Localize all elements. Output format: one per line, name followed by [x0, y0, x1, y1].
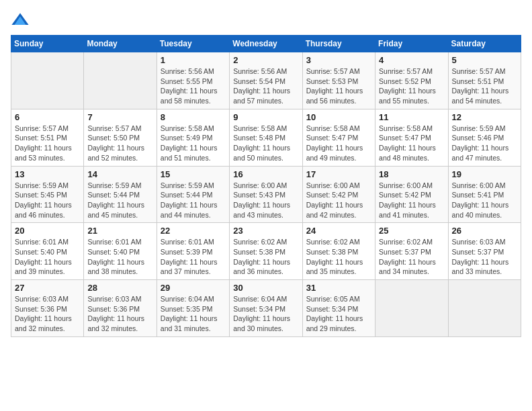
day-header-saturday: Saturday — [448, 36, 521, 52]
day-info: Sunrise: 6:04 AM Sunset: 5:35 PM Dayligh… — [161, 294, 226, 334]
day-number: 3 — [306, 55, 371, 65]
day-number: 15 — [161, 169, 226, 179]
day-info: Sunrise: 5:59 AM Sunset: 5:45 PM Dayligh… — [15, 181, 80, 220]
day-info: Sunrise: 5:58 AM Sunset: 5:47 PM Dayligh… — [306, 124, 371, 163]
calendar-cell: 17Sunrise: 6:00 AM Sunset: 5:42 PM Dayli… — [302, 166, 375, 223]
day-info: Sunrise: 5:57 AM Sunset: 5:53 PM Dayligh… — [306, 66, 371, 106]
day-info: Sunrise: 6:02 AM Sunset: 5:37 PM Dayligh… — [379, 237, 444, 277]
day-header-tuesday: Tuesday — [157, 36, 229, 52]
day-header-monday: Monday — [84, 36, 157, 52]
day-number: 9 — [233, 112, 298, 122]
day-info: Sunrise: 6:05 AM Sunset: 5:34 PM Dayligh… — [306, 294, 371, 334]
calendar-cell: 22Sunrise: 6:01 AM Sunset: 5:39 PM Dayli… — [157, 223, 229, 280]
day-number: 12 — [452, 112, 517, 122]
calendar-cell — [375, 280, 448, 337]
calendar-cell: 26Sunrise: 6:03 AM Sunset: 5:37 PM Dayli… — [448, 223, 521, 280]
calendar-cell — [11, 52, 84, 109]
day-info: Sunrise: 6:01 AM Sunset: 5:40 PM Dayligh… — [15, 237, 80, 277]
calendar-week-row: 6Sunrise: 5:57 AM Sunset: 5:51 PM Daylig… — [11, 109, 521, 166]
day-number: 20 — [15, 226, 80, 236]
day-info: Sunrise: 5:56 AM Sunset: 5:55 PM Dayligh… — [161, 66, 226, 106]
day-header-wednesday: Wednesday — [230, 36, 302, 52]
calendar-cell: 11Sunrise: 5:58 AM Sunset: 5:47 PM Dayli… — [375, 109, 448, 166]
day-number: 25 — [379, 226, 444, 236]
day-number: 10 — [306, 112, 371, 122]
day-number: 29 — [161, 283, 226, 293]
day-number: 7 — [87, 112, 152, 122]
day-info: Sunrise: 5:59 AM Sunset: 5:46 PM Dayligh… — [452, 124, 517, 163]
day-info: Sunrise: 5:57 AM Sunset: 5:51 PM Dayligh… — [15, 124, 80, 163]
calendar-cell: 18Sunrise: 6:00 AM Sunset: 5:42 PM Dayli… — [375, 166, 448, 223]
day-info: Sunrise: 5:57 AM Sunset: 5:50 PM Dayligh… — [87, 124, 152, 163]
day-info: Sunrise: 5:58 AM Sunset: 5:48 PM Dayligh… — [233, 124, 298, 163]
logo-icon — [11, 11, 30, 30]
calendar-cell: 21Sunrise: 6:01 AM Sunset: 5:40 PM Dayli… — [84, 223, 157, 280]
day-number: 31 — [306, 283, 371, 293]
day-info: Sunrise: 6:00 AM Sunset: 5:41 PM Dayligh… — [452, 181, 517, 220]
logo — [11, 11, 32, 30]
calendar-cell: 3Sunrise: 5:57 AM Sunset: 5:53 PM Daylig… — [302, 52, 375, 109]
day-number: 24 — [306, 226, 371, 236]
day-info: Sunrise: 6:00 AM Sunset: 5:42 PM Dayligh… — [379, 181, 444, 220]
calendar-cell: 30Sunrise: 6:04 AM Sunset: 5:34 PM Dayli… — [230, 280, 302, 337]
day-header-friday: Friday — [375, 36, 448, 52]
day-info: Sunrise: 6:03 AM Sunset: 5:37 PM Dayligh… — [452, 237, 517, 277]
day-info: Sunrise: 6:00 AM Sunset: 5:43 PM Dayligh… — [233, 181, 298, 220]
day-info: Sunrise: 6:02 AM Sunset: 5:38 PM Dayligh… — [306, 237, 371, 277]
day-info: Sunrise: 5:57 AM Sunset: 5:51 PM Dayligh… — [452, 66, 517, 106]
calendar-cell: 15Sunrise: 5:59 AM Sunset: 5:44 PM Dayli… — [157, 166, 229, 223]
calendar-cell: 23Sunrise: 6:02 AM Sunset: 5:38 PM Dayli… — [230, 223, 302, 280]
day-number: 27 — [15, 283, 80, 293]
calendar-cell: 4Sunrise: 5:57 AM Sunset: 5:52 PM Daylig… — [375, 52, 448, 109]
calendar-cell: 28Sunrise: 6:03 AM Sunset: 5:36 PM Dayli… — [84, 280, 157, 337]
calendar-cell — [448, 280, 521, 337]
day-number: 13 — [15, 169, 80, 179]
day-info: Sunrise: 5:59 AM Sunset: 5:44 PM Dayligh… — [87, 181, 152, 220]
calendar-cell: 2Sunrise: 5:56 AM Sunset: 5:54 PM Daylig… — [230, 52, 302, 109]
calendar-cell: 19Sunrise: 6:00 AM Sunset: 5:41 PM Dayli… — [448, 166, 521, 223]
day-header-thursday: Thursday — [302, 36, 375, 52]
calendar-cell: 24Sunrise: 6:02 AM Sunset: 5:38 PM Dayli… — [302, 223, 375, 280]
calendar-cell: 25Sunrise: 6:02 AM Sunset: 5:37 PM Dayli… — [375, 223, 448, 280]
day-info: Sunrise: 5:57 AM Sunset: 5:52 PM Dayligh… — [379, 66, 444, 106]
page-header — [11, 11, 521, 30]
calendar-week-row: 27Sunrise: 6:03 AM Sunset: 5:36 PM Dayli… — [11, 280, 521, 337]
day-number: 4 — [379, 55, 444, 65]
calendar-cell: 13Sunrise: 5:59 AM Sunset: 5:45 PM Dayli… — [11, 166, 84, 223]
day-number: 18 — [379, 169, 444, 179]
calendar-cell: 16Sunrise: 6:00 AM Sunset: 5:43 PM Dayli… — [230, 166, 302, 223]
day-number: 30 — [233, 283, 298, 293]
day-info: Sunrise: 5:56 AM Sunset: 5:54 PM Dayligh… — [233, 66, 298, 106]
day-number: 28 — [87, 283, 152, 293]
day-info: Sunrise: 6:00 AM Sunset: 5:42 PM Dayligh… — [306, 181, 371, 220]
calendar-cell: 5Sunrise: 5:57 AM Sunset: 5:51 PM Daylig… — [448, 52, 521, 109]
day-number: 17 — [306, 169, 371, 179]
day-info: Sunrise: 5:58 AM Sunset: 5:47 PM Dayligh… — [379, 124, 444, 163]
calendar-header-row: SundayMondayTuesdayWednesdayThursdayFrid… — [11, 36, 521, 52]
calendar-cell: 6Sunrise: 5:57 AM Sunset: 5:51 PM Daylig… — [11, 109, 84, 166]
day-number: 26 — [452, 226, 517, 236]
day-info: Sunrise: 6:03 AM Sunset: 5:36 PM Dayligh… — [15, 294, 80, 334]
day-number: 23 — [233, 226, 298, 236]
day-number: 22 — [161, 226, 226, 236]
calendar-cell — [84, 52, 157, 109]
calendar-cell: 31Sunrise: 6:05 AM Sunset: 5:34 PM Dayli… — [302, 280, 375, 337]
calendar-cell: 29Sunrise: 6:04 AM Sunset: 5:35 PM Dayli… — [157, 280, 229, 337]
day-number: 2 — [233, 55, 298, 65]
day-number: 5 — [452, 55, 517, 65]
day-number: 1 — [161, 55, 226, 65]
day-info: Sunrise: 6:01 AM Sunset: 5:39 PM Dayligh… — [161, 237, 226, 277]
calendar-table: SundayMondayTuesdayWednesdayThursdayFrid… — [11, 35, 521, 337]
day-info: Sunrise: 6:04 AM Sunset: 5:34 PM Dayligh… — [233, 294, 298, 334]
day-info: Sunrise: 6:01 AM Sunset: 5:40 PM Dayligh… — [87, 237, 152, 277]
calendar-cell: 12Sunrise: 5:59 AM Sunset: 5:46 PM Dayli… — [448, 109, 521, 166]
day-info: Sunrise: 6:03 AM Sunset: 5:36 PM Dayligh… — [87, 294, 152, 334]
day-number: 21 — [87, 226, 152, 236]
day-info: Sunrise: 5:58 AM Sunset: 5:49 PM Dayligh… — [161, 124, 226, 163]
day-number: 8 — [161, 112, 226, 122]
calendar-cell: 10Sunrise: 5:58 AM Sunset: 5:47 PM Dayli… — [302, 109, 375, 166]
calendar-cell: 20Sunrise: 6:01 AM Sunset: 5:40 PM Dayli… — [11, 223, 84, 280]
calendar-week-row: 1Sunrise: 5:56 AM Sunset: 5:55 PM Daylig… — [11, 52, 521, 109]
calendar-cell: 14Sunrise: 5:59 AM Sunset: 5:44 PM Dayli… — [84, 166, 157, 223]
day-number: 6 — [15, 112, 80, 122]
